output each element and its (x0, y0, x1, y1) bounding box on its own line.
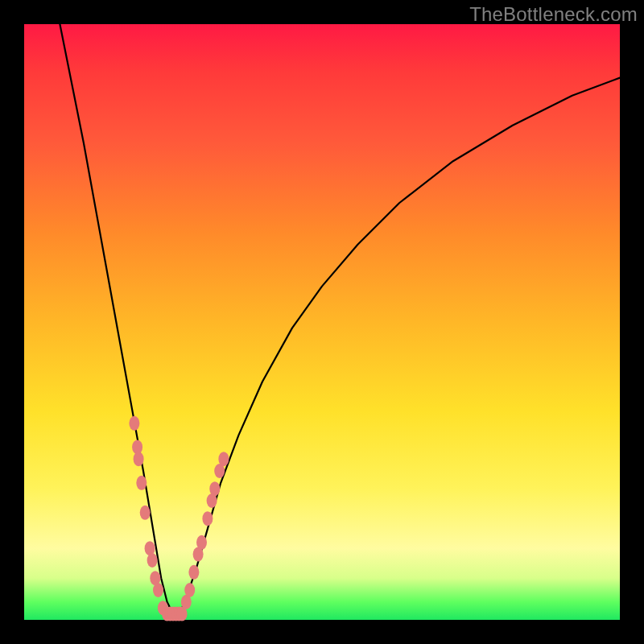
highlight-dot (184, 583, 195, 597)
bottleneck-curve (60, 24, 620, 614)
highlight-dot (136, 476, 147, 490)
watermark-text: TheBottleneck.com (469, 3, 638, 26)
highlight-dot (196, 535, 207, 550)
highlight-dot (140, 506, 151, 520)
highlight-dot (147, 553, 158, 568)
highlight-dot (218, 452, 229, 466)
curve-layer (24, 24, 620, 620)
highlight-dot (153, 583, 163, 597)
highlight-dot (188, 565, 199, 580)
plot-area (24, 24, 620, 620)
chart-frame: TheBottleneck.com (0, 0, 644, 644)
highlight-dot (134, 452, 144, 466)
highlight-dot (209, 481, 220, 496)
highlight-dot (202, 511, 213, 526)
highlight-dots (129, 416, 229, 621)
highlight-dot (129, 416, 139, 431)
